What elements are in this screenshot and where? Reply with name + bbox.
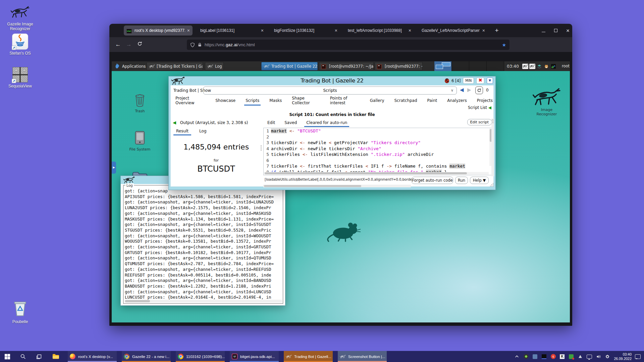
code-editor[interactable]: 1market <- "BTCUSDT"23tickersDir <- newF… — [263, 128, 493, 175]
browser-tab[interactable]: GazelleV_LeftArrowScriptParser [103 × — [419, 25, 488, 36]
resize-grip[interactable] — [489, 182, 493, 186]
app-tab[interactable]: Showcase — [215, 96, 236, 105]
taskbar-app-button[interactable]: root's X desktop (v... — [68, 351, 117, 362]
start-button[interactable] — [1, 351, 14, 362]
editor-tab[interactable]: Cleared for auto-run — [306, 119, 348, 127]
desktop-icon-stefans-os[interactable]: ↗ Stefan's OS — [0, 34, 40, 56]
script-list-row[interactable]: Script List ◀ — [171, 105, 491, 112]
desktop-icon-poubelle[interactable]: Poubelle — [0, 300, 40, 324]
tab-close-icon[interactable]: × — [261, 28, 264, 33]
gazelle-chip-icon[interactable] — [529, 63, 535, 69]
workspace-1[interactable] — [434, 61, 452, 71]
new-tab-button[interactable]: + — [492, 27, 501, 34]
app-tab[interactable]: Masks — [269, 96, 282, 105]
taskbar-app-button[interactable]: Gazelle 22 - a new i... — [122, 351, 171, 362]
notification-center-icon[interactable] — [635, 354, 641, 359]
editor-horizontal-scrollbar[interactable] — [264, 172, 489, 175]
browser-tab[interactable]: bigFontSize [1036132] × — [271, 25, 340, 36]
taskbar-app-button[interactable]: 1103162 (1039×698)... — [176, 351, 225, 362]
vnc-taskbar-button[interactable]: [root@vmd92377: ~/Jav... — [319, 62, 374, 70]
blue-app-icon[interactable] — [532, 354, 538, 360]
desktop-icon-sequoiaview[interactable]: ++ ↗ SequoiaView — [0, 67, 40, 88]
bug-icon[interactable] — [445, 78, 449, 83]
editor-tab[interactable]: Saved — [284, 119, 298, 127]
vnc-taskbar-button[interactable]: [root@vmd92377: ~] — [375, 62, 423, 70]
vnc-taskbar-button[interactable]: Trading Bot | Gazelle 22 — [261, 62, 318, 70]
window-close-button[interactable]: × — [566, 28, 570, 34]
output-tab[interactable]: Result — [175, 127, 189, 135]
pointer-icon[interactable] — [577, 354, 583, 360]
app-tab[interactable]: Projects — [476, 96, 493, 105]
panel-expander-handle[interactable]: ▶ — [112, 162, 116, 174]
browser-tab[interactable]: test_leftArrowScript [1033988] × — [345, 25, 414, 36]
workspace-switcher[interactable] — [434, 61, 504, 71]
vnc-applications-menu[interactable]: Applications — [114, 61, 146, 71]
minimize-button[interactable]: MIN — [463, 77, 474, 84]
chart-icon[interactable] — [550, 63, 556, 69]
history-back-button[interactable]: ◀ — [460, 87, 464, 93]
vnc-taskbar-button[interactable]: [Trading Bot Tickers | Ga... — [147, 62, 203, 70]
back-button[interactable]: ← — [113, 41, 123, 48]
run-button[interactable]: Run — [455, 177, 468, 184]
url-bar[interactable]: https://vnc.gaz.ai/vnc.html ★ — [187, 40, 509, 50]
vnc-icon-trash[interactable]: Trash — [126, 93, 153, 113]
app-tab[interactable]: Scripts — [245, 96, 260, 105]
window-maximize-button[interactable] — [554, 27, 557, 34]
green-status-icon[interactable] — [568, 354, 574, 360]
chevron-up-icon[interactable] — [514, 354, 520, 360]
log-lines[interactable]: got: {action=snapAPI3USDT prices: {bestA… — [125, 188, 282, 300]
collapse-left-icon[interactable]: ◀ — [173, 120, 176, 125]
taskbar-app-button[interactable]: Trading Bot | Gazell... — [284, 351, 333, 362]
vnc-taskbar-button[interactable]: Log — [205, 62, 224, 70]
tab-close-icon[interactable]: × — [335, 28, 337, 33]
window-menu-button[interactable]: ▼ — [487, 77, 493, 84]
vnc-icon-image-recognizer[interactable]: Image Recognizer — [528, 88, 565, 116]
desktop-icon-gazelle-image-recognizer[interactable]: Gazelle Image Recognizer — [0, 5, 40, 31]
workspace-2[interactable] — [452, 61, 469, 71]
browser-tab[interactable]: VNC root's X desktop (vmd92377.co × — [124, 25, 193, 36]
app-tab[interactable]: Analyzers — [446, 96, 467, 105]
search-icon[interactable] — [16, 351, 30, 362]
vnc-icon-file-system[interactable]: File System — [126, 130, 154, 152]
file-explorer-icon[interactable] — [49, 351, 62, 362]
app-tab[interactable]: Scratchpad — [394, 96, 418, 105]
show-combobox[interactable]: Scripts ∨ — [203, 86, 457, 95]
task-view-icon[interactable] — [32, 351, 46, 362]
speaker-icon[interactable] — [595, 354, 601, 360]
history-forward-button[interactable]: ▶ — [467, 87, 471, 93]
tab-close-icon[interactable]: × — [482, 28, 485, 33]
pane-scrollbar[interactable] — [491, 119, 494, 176]
workspace-3[interactable] — [469, 61, 487, 71]
window-minimize-button[interactable] — [542, 27, 545, 34]
reload-button[interactable] — [475, 86, 483, 94]
taskbar-app-button[interactable]: Screenshot Button |... — [338, 351, 387, 362]
log-horizontal-scrollbar[interactable] — [124, 300, 282, 303]
taskbar-app-button[interactable]: IJ bitget-java-sdk-api... — [230, 351, 279, 362]
forward-button[interactable]: → — [123, 41, 134, 48]
tab-close-icon[interactable]: × — [187, 28, 190, 33]
pane-horizontal-scrollbar[interactable] — [263, 185, 411, 187]
k-app-icon[interactable]: K — [559, 354, 565, 360]
black-window-icon[interactable] — [541, 354, 547, 360]
collapse-left-icon[interactable]: ◀ — [488, 105, 491, 110]
bookmark-star-icon[interactable]: ★ — [502, 42, 506, 48]
app-titlebar[interactable]: Trading Bot | Gazelle 22 6 [4] MIN ✖ ▼ — [170, 76, 494, 85]
reload-button[interactable] — [134, 41, 145, 48]
output-tab[interactable]: Log — [199, 127, 207, 135]
browser-tab[interactable]: bigLabel [1036131] × — [198, 25, 266, 36]
shiba-icon[interactable] — [543, 63, 549, 69]
gazelle-chip-icon[interactable] — [522, 63, 528, 69]
layers-icon[interactable] — [536, 63, 542, 69]
shield-badge-icon[interactable] — [523, 354, 529, 360]
taskbar-clock[interactable]: 03:40 26.09.2022 — [614, 352, 632, 361]
forget-autorun-button[interactable]: Forget auto-run code — [412, 177, 453, 184]
tab-close-icon[interactable]: × — [409, 28, 411, 33]
edit-script-button[interactable]: Edit script — [467, 119, 492, 125]
splitter-handle[interactable] — [260, 145, 262, 154]
app-tab[interactable]: Paint — [427, 96, 438, 105]
red-badge-icon[interactable]: 6 — [550, 354, 556, 360]
network-monitor-icon[interactable] — [586, 354, 592, 360]
gear-icon[interactable] — [604, 354, 610, 360]
app-tab[interactable]: Gallery — [369, 96, 385, 105]
workspace-4[interactable] — [487, 61, 504, 71]
